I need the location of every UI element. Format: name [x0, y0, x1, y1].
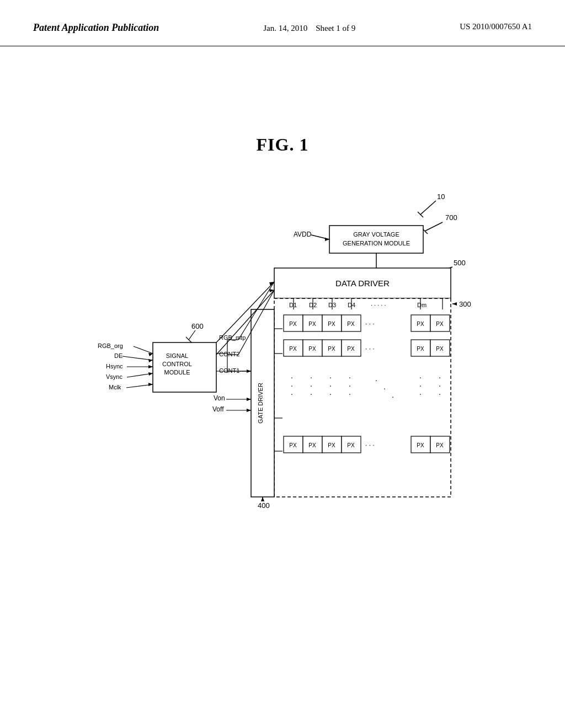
d3-label: D3	[328, 302, 336, 308]
dots-r2: · · ·	[365, 345, 375, 352]
cont2-label: CONT2	[219, 351, 239, 357]
publication-date: Jan. 14, 2010	[263, 24, 307, 33]
svg-line-0	[420, 201, 436, 215]
svg-line-39	[189, 330, 195, 340]
page-header: Patent Application Publication Jan. 14, …	[0, 0, 565, 46]
ref-700: 700	[445, 213, 457, 222]
px-last-c5-label: PX	[417, 442, 424, 448]
svg-text:.: .	[439, 379, 441, 388]
diag-dots: .	[375, 374, 377, 383]
figure-title: FIG. 1	[0, 135, 565, 155]
px-r2c2-label: PX	[308, 346, 316, 352]
svg-text:.: .	[329, 379, 332, 388]
vdots-c2: .	[310, 371, 312, 380]
svg-text:.: .	[291, 388, 293, 397]
hsync-label: Hsync	[106, 363, 123, 370]
svg-line-43	[122, 356, 153, 360]
px-r1c3-label: PX	[328, 321, 335, 327]
avdd-label: AVDD	[294, 231, 312, 238]
publication-label: Patent Application Publication	[33, 22, 159, 34]
mclk-arrow	[148, 383, 153, 386]
svg-line-3	[425, 222, 443, 231]
svg-text:.: .	[392, 390, 394, 399]
signal-label2: CONTROL	[162, 361, 192, 367]
circuit-diagram: 10 700 GRAY VOLTAGE GENERATION MODULE AV…	[56, 177, 509, 563]
voff-label: Voff	[212, 405, 224, 413]
svg-text:.: .	[291, 379, 293, 388]
rgb-org-label: RGB_org	[98, 342, 123, 349]
voff-arrow	[247, 409, 251, 412]
header-date-sheet: Jan. 14, 2010 Sheet 1 of 9	[263, 22, 355, 35]
hsync-arrow	[148, 365, 153, 368]
data-driver-label: DATA DRIVER	[335, 279, 390, 288]
cont1-label: CONT1	[219, 367, 239, 374]
svg-text:.: .	[383, 382, 386, 391]
vsync-arrow	[148, 372, 153, 376]
dots-r1: · · ·	[365, 320, 375, 328]
px-r2c3-label: PX	[328, 346, 335, 352]
mclk-label: Mclk	[109, 384, 121, 390]
svg-text:.: .	[349, 388, 351, 397]
svg-line-2	[420, 215, 423, 217]
sheet-info: Sheet 1 of 9	[316, 24, 355, 33]
px-r2c1-label: PX	[289, 346, 297, 352]
svg-line-5	[425, 231, 428, 234]
vdots-c4: .	[349, 371, 351, 380]
svg-text:.: .	[419, 388, 422, 397]
px-r1c4-label: PX	[347, 321, 355, 327]
ref-300: 300	[459, 300, 471, 308]
diagram-container: 10 700 GRAY VOLTAGE GENERATION MODULE AV…	[56, 177, 509, 563]
px-last-c1-label: PX	[289, 442, 297, 448]
svg-text:.: .	[310, 388, 312, 397]
vdots-c5: .	[419, 371, 422, 380]
px-last-c6-label: PX	[436, 442, 444, 448]
d1-label: D1	[289, 302, 297, 308]
vdots-c6: .	[439, 371, 441, 380]
von-label: Von	[214, 394, 225, 402]
px-r2c6-label: PX	[436, 346, 444, 352]
gray-voltage-label1: GRAY VOLTAGE	[353, 231, 399, 238]
signal-label3: MODULE	[164, 369, 190, 376]
signal-control-box	[153, 342, 216, 392]
ref-300-arrow	[452, 302, 457, 306]
px-last-c4-label: PX	[347, 442, 355, 448]
svg-line-42	[134, 346, 153, 354]
px-r1c6-label: PX	[436, 321, 444, 327]
gate-driver-label: GATE DRIVER	[257, 383, 264, 424]
vsync-label: Vsync	[106, 373, 122, 380]
patent-number: US 2010/0007650 A1	[460, 22, 532, 31]
px-r1c5-label: PX	[417, 321, 424, 327]
vdots-c3: .	[329, 371, 332, 380]
px-r1c2-label: PX	[308, 321, 316, 327]
px-r2c5-label: PX	[417, 346, 424, 352]
px-r1c1-label: PX	[289, 321, 297, 327]
gray-voltage-box	[329, 226, 423, 253]
ref-500: 500	[454, 259, 466, 267]
svg-line-40	[186, 337, 189, 340]
px-r2c4-label: PX	[347, 346, 355, 352]
d4-label: D4	[348, 302, 355, 308]
px-last-c2-label: PX	[308, 442, 316, 448]
svg-text:.: .	[310, 379, 312, 388]
vdots-c1: .	[291, 371, 293, 380]
ref-10: 10	[437, 192, 445, 201]
dots-last: · · ·	[365, 441, 375, 449]
ref-400: 400	[258, 501, 270, 510]
avdd-arrow	[325, 238, 329, 241]
svg-text:.: .	[329, 388, 332, 397]
gray-voltage-label2: GENERATION MODULE	[343, 240, 410, 247]
svg-line-1	[418, 212, 420, 215]
rgb-arrow	[148, 353, 153, 356]
svg-text:.: .	[439, 388, 441, 397]
ref-400-arrow	[261, 497, 264, 501]
dots-top: · · · · ·	[371, 302, 386, 308]
d2-label: D2	[309, 302, 317, 308]
px-last-c3-label: PX	[328, 442, 335, 448]
signal-label1: SIGNAL	[166, 352, 188, 359]
dm-label: Dm	[417, 302, 427, 308]
ref-600: 600	[191, 322, 204, 330]
svg-text:.: .	[349, 379, 351, 388]
von-arrow	[247, 398, 251, 401]
de-label: DE	[114, 352, 122, 359]
svg-text:.: .	[419, 379, 422, 388]
